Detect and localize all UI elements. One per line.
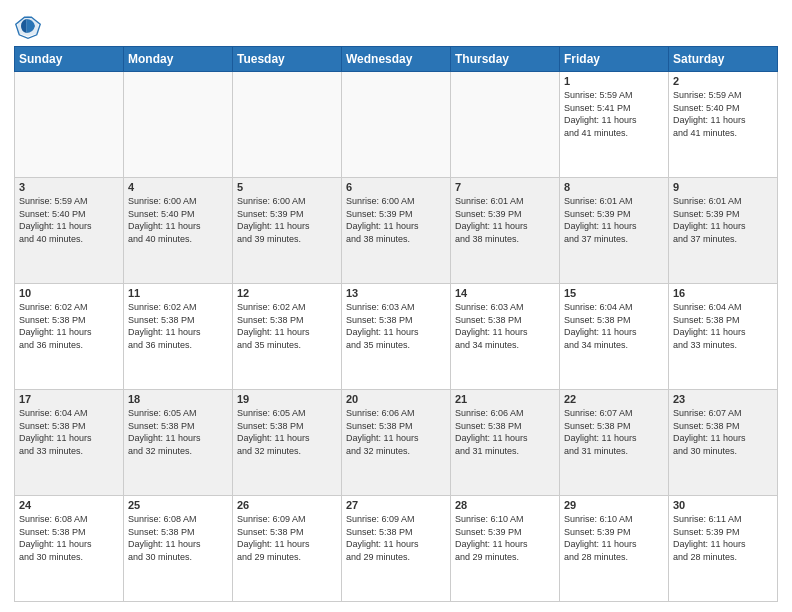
day-number: 17 [19, 393, 119, 405]
weekday-header: Saturday [669, 47, 778, 72]
calendar-week-row: 3Sunrise: 5:59 AM Sunset: 5:40 PM Daylig… [15, 178, 778, 284]
day-number: 27 [346, 499, 446, 511]
day-number: 20 [346, 393, 446, 405]
calendar-week-row: 1Sunrise: 5:59 AM Sunset: 5:41 PM Daylig… [15, 72, 778, 178]
cell-info: Sunrise: 6:08 AM Sunset: 5:38 PM Dayligh… [128, 513, 228, 563]
cell-info: Sunrise: 6:10 AM Sunset: 5:39 PM Dayligh… [564, 513, 664, 563]
calendar-cell: 27Sunrise: 6:09 AM Sunset: 5:38 PM Dayli… [342, 496, 451, 602]
cell-info: Sunrise: 5:59 AM Sunset: 5:40 PM Dayligh… [673, 89, 773, 139]
weekday-header: Thursday [451, 47, 560, 72]
day-number: 15 [564, 287, 664, 299]
calendar-cell: 3Sunrise: 5:59 AM Sunset: 5:40 PM Daylig… [15, 178, 124, 284]
calendar-cell: 16Sunrise: 6:04 AM Sunset: 5:38 PM Dayli… [669, 284, 778, 390]
day-number: 23 [673, 393, 773, 405]
calendar-cell [15, 72, 124, 178]
calendar-cell: 1Sunrise: 5:59 AM Sunset: 5:41 PM Daylig… [560, 72, 669, 178]
calendar-week-row: 24Sunrise: 6:08 AM Sunset: 5:38 PM Dayli… [15, 496, 778, 602]
calendar-cell: 4Sunrise: 6:00 AM Sunset: 5:40 PM Daylig… [124, 178, 233, 284]
cell-info: Sunrise: 6:07 AM Sunset: 5:38 PM Dayligh… [673, 407, 773, 457]
calendar-cell: 12Sunrise: 6:02 AM Sunset: 5:38 PM Dayli… [233, 284, 342, 390]
calendar-cell: 6Sunrise: 6:00 AM Sunset: 5:39 PM Daylig… [342, 178, 451, 284]
calendar-cell: 10Sunrise: 6:02 AM Sunset: 5:38 PM Dayli… [15, 284, 124, 390]
cell-info: Sunrise: 6:03 AM Sunset: 5:38 PM Dayligh… [455, 301, 555, 351]
weekday-header-row: SundayMondayTuesdayWednesdayThursdayFrid… [15, 47, 778, 72]
calendar-cell: 11Sunrise: 6:02 AM Sunset: 5:38 PM Dayli… [124, 284, 233, 390]
day-number: 3 [19, 181, 119, 193]
weekday-header: Wednesday [342, 47, 451, 72]
day-number: 6 [346, 181, 446, 193]
calendar-cell: 13Sunrise: 6:03 AM Sunset: 5:38 PM Dayli… [342, 284, 451, 390]
logo [14, 12, 46, 40]
cell-info: Sunrise: 6:05 AM Sunset: 5:38 PM Dayligh… [237, 407, 337, 457]
day-number: 22 [564, 393, 664, 405]
day-number: 21 [455, 393, 555, 405]
cell-info: Sunrise: 6:09 AM Sunset: 5:38 PM Dayligh… [346, 513, 446, 563]
day-number: 7 [455, 181, 555, 193]
day-number: 30 [673, 499, 773, 511]
cell-info: Sunrise: 6:07 AM Sunset: 5:38 PM Dayligh… [564, 407, 664, 457]
calendar-cell: 21Sunrise: 6:06 AM Sunset: 5:38 PM Dayli… [451, 390, 560, 496]
day-number: 24 [19, 499, 119, 511]
calendar-cell: 8Sunrise: 6:01 AM Sunset: 5:39 PM Daylig… [560, 178, 669, 284]
calendar-cell: 22Sunrise: 6:07 AM Sunset: 5:38 PM Dayli… [560, 390, 669, 496]
day-number: 28 [455, 499, 555, 511]
day-number: 14 [455, 287, 555, 299]
calendar-cell: 29Sunrise: 6:10 AM Sunset: 5:39 PM Dayli… [560, 496, 669, 602]
day-number: 8 [564, 181, 664, 193]
cell-info: Sunrise: 6:08 AM Sunset: 5:38 PM Dayligh… [19, 513, 119, 563]
calendar-cell: 30Sunrise: 6:11 AM Sunset: 5:39 PM Dayli… [669, 496, 778, 602]
calendar-cell: 18Sunrise: 6:05 AM Sunset: 5:38 PM Dayli… [124, 390, 233, 496]
cell-info: Sunrise: 6:04 AM Sunset: 5:38 PM Dayligh… [673, 301, 773, 351]
calendar-cell [124, 72, 233, 178]
calendar-cell: 25Sunrise: 6:08 AM Sunset: 5:38 PM Dayli… [124, 496, 233, 602]
cell-info: Sunrise: 6:00 AM Sunset: 5:39 PM Dayligh… [346, 195, 446, 245]
cell-info: Sunrise: 6:00 AM Sunset: 5:39 PM Dayligh… [237, 195, 337, 245]
calendar-week-row: 10Sunrise: 6:02 AM Sunset: 5:38 PM Dayli… [15, 284, 778, 390]
day-number: 29 [564, 499, 664, 511]
weekday-header: Friday [560, 47, 669, 72]
calendar-cell: 20Sunrise: 6:06 AM Sunset: 5:38 PM Dayli… [342, 390, 451, 496]
cell-info: Sunrise: 6:00 AM Sunset: 5:40 PM Dayligh… [128, 195, 228, 245]
cell-info: Sunrise: 6:11 AM Sunset: 5:39 PM Dayligh… [673, 513, 773, 563]
weekday-header: Tuesday [233, 47, 342, 72]
day-number: 19 [237, 393, 337, 405]
calendar-cell: 26Sunrise: 6:09 AM Sunset: 5:38 PM Dayli… [233, 496, 342, 602]
weekday-header: Monday [124, 47, 233, 72]
day-number: 13 [346, 287, 446, 299]
day-number: 10 [19, 287, 119, 299]
cell-info: Sunrise: 5:59 AM Sunset: 5:40 PM Dayligh… [19, 195, 119, 245]
calendar-cell: 28Sunrise: 6:10 AM Sunset: 5:39 PM Dayli… [451, 496, 560, 602]
calendar-cell: 9Sunrise: 6:01 AM Sunset: 5:39 PM Daylig… [669, 178, 778, 284]
day-number: 26 [237, 499, 337, 511]
calendar-table: SundayMondayTuesdayWednesdayThursdayFrid… [14, 46, 778, 602]
day-number: 1 [564, 75, 664, 87]
weekday-header: Sunday [15, 47, 124, 72]
cell-info: Sunrise: 6:01 AM Sunset: 5:39 PM Dayligh… [673, 195, 773, 245]
day-number: 11 [128, 287, 228, 299]
calendar-cell: 2Sunrise: 5:59 AM Sunset: 5:40 PM Daylig… [669, 72, 778, 178]
day-number: 12 [237, 287, 337, 299]
header [14, 12, 778, 40]
cell-info: Sunrise: 6:10 AM Sunset: 5:39 PM Dayligh… [455, 513, 555, 563]
cell-info: Sunrise: 6:02 AM Sunset: 5:38 PM Dayligh… [237, 301, 337, 351]
cell-info: Sunrise: 6:05 AM Sunset: 5:38 PM Dayligh… [128, 407, 228, 457]
cell-info: Sunrise: 6:01 AM Sunset: 5:39 PM Dayligh… [564, 195, 664, 245]
cell-info: Sunrise: 6:04 AM Sunset: 5:38 PM Dayligh… [564, 301, 664, 351]
calendar-cell [233, 72, 342, 178]
cell-info: Sunrise: 6:01 AM Sunset: 5:39 PM Dayligh… [455, 195, 555, 245]
calendar-cell [451, 72, 560, 178]
cell-info: Sunrise: 6:06 AM Sunset: 5:38 PM Dayligh… [346, 407, 446, 457]
logo-icon [14, 12, 42, 40]
day-number: 25 [128, 499, 228, 511]
calendar-cell: 19Sunrise: 6:05 AM Sunset: 5:38 PM Dayli… [233, 390, 342, 496]
day-number: 9 [673, 181, 773, 193]
cell-info: Sunrise: 6:02 AM Sunset: 5:38 PM Dayligh… [128, 301, 228, 351]
day-number: 5 [237, 181, 337, 193]
calendar-cell: 23Sunrise: 6:07 AM Sunset: 5:38 PM Dayli… [669, 390, 778, 496]
calendar-cell: 14Sunrise: 6:03 AM Sunset: 5:38 PM Dayli… [451, 284, 560, 390]
calendar-cell [342, 72, 451, 178]
day-number: 18 [128, 393, 228, 405]
calendar-cell: 7Sunrise: 6:01 AM Sunset: 5:39 PM Daylig… [451, 178, 560, 284]
calendar-week-row: 17Sunrise: 6:04 AM Sunset: 5:38 PM Dayli… [15, 390, 778, 496]
page: SundayMondayTuesdayWednesdayThursdayFrid… [0, 0, 792, 612]
